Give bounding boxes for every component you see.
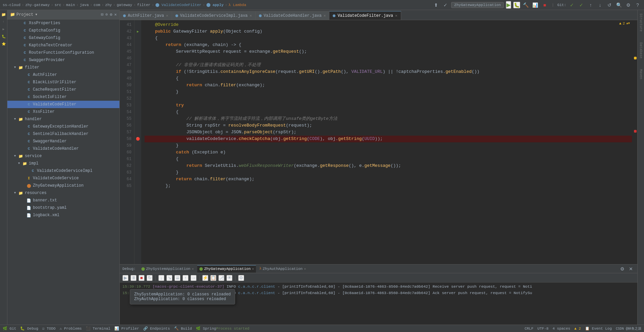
- sidebar-structure[interactable]: Structure: [638, 11, 643, 34]
- tree-item-captcha-config[interactable]: C CaptchaConfig: [7, 27, 119, 34]
- tree-item-gateway-config[interactable]: C GatewayConfig: [7, 34, 119, 42]
- run-config-selector[interactable]: ZhyGatewayApplication: [451, 2, 504, 8]
- locate-icon[interactable]: ⊙: [105, 12, 108, 17]
- status-todo[interactable]: ☑ TODO: [42, 326, 56, 331]
- tree-item-socket-io[interactable]: C SocketIoFilter: [7, 93, 119, 101]
- sidebar-maven[interactable]: Maven: [638, 67, 643, 81]
- tree-item-filter-folder[interactable]: ▼ 📁 filter: [7, 64, 119, 71]
- tree-item-bootstrap[interactable]: 📄 bootstrap.yaml: [7, 204, 119, 211]
- debug-tab-close-gateway[interactable]: ✕: [252, 267, 254, 271]
- debug-tab-close-auth[interactable]: ✕: [304, 267, 306, 271]
- bread-zhy[interactable]: zhy: [105, 3, 112, 7]
- tree-item-resources-folder[interactable]: ▼ 📁 resources: [7, 189, 119, 197]
- bread-lambda[interactable]: λ Lambda: [228, 3, 246, 7]
- project-dropdown-icon[interactable]: ▼: [35, 13, 37, 16]
- status-spring[interactable]: 🌿 Spring: [196, 326, 216, 331]
- status-event-log[interactable]: 📋 Event Log: [585, 326, 612, 331]
- status-endpoints[interactable]: 🔗 Endpoints: [143, 326, 170, 331]
- settings-debug-button[interactable]: ⚙: [238, 275, 244, 281]
- favorites-icon[interactable]: ⭐: [1, 41, 7, 47]
- step-out-button[interactable]: ↑: [182, 275, 189, 281]
- status-encoding[interactable]: UTF-8: [537, 327, 548, 331]
- run-to-cursor-button[interactable]: →: [191, 275, 197, 281]
- debug-tab-system[interactable]: ⬤ ZhySystemApplication ✕: [139, 265, 196, 273]
- tab-close-service-impl[interactable]: ✕: [250, 13, 252, 18]
- debug-side-icon[interactable]: 🐛: [1, 34, 7, 40]
- tree-item-service-folder[interactable]: ▼ 📁 service: [7, 152, 119, 160]
- tree-item-handler-folder[interactable]: ▼ 📁 handler: [7, 115, 119, 123]
- status-crlf[interactable]: CRLF: [525, 327, 533, 331]
- tree-item-zhy-gateway-app[interactable]: ⬤ ZhyGatewayApplication: [7, 182, 119, 189]
- resume-button[interactable]: ▶: [122, 275, 128, 281]
- tab-validate-filter[interactable]: ValidateCodeFilter.java ✕: [329, 11, 401, 20]
- debug-tab-close-system[interactable]: ✕: [192, 267, 194, 271]
- build-button[interactable]: 🔨: [522, 1, 530, 9]
- tab-close-filter[interactable]: ✕: [395, 13, 397, 18]
- vcs-update-button[interactable]: ⬆: [432, 1, 440, 9]
- git-check-button[interactable]: ✓: [568, 1, 576, 9]
- evaluate-button[interactable]: ⚡: [202, 275, 208, 281]
- tree-item-gateway-exception[interactable]: C GatewayExceptionHandler: [7, 123, 119, 130]
- tree-item-validate-code-filter[interactable]: C ValidateCodeFilter: [7, 101, 119, 108]
- status-indent[interactable]: 4 spaces: [552, 327, 570, 331]
- help-button[interactable]: ?: [634, 1, 641, 9]
- tree-item-blacklist[interactable]: C BlackListUrlFilter: [7, 79, 119, 86]
- status-build[interactable]: 🔨 Build: [174, 326, 192, 331]
- tab-close-auth[interactable]: ✕: [166, 13, 168, 18]
- status-warnings[interactable]: ▲ 2: [574, 327, 581, 331]
- commit-icon[interactable]: ↑: [1, 19, 7, 25]
- rerun-button[interactable]: ↻: [147, 275, 153, 281]
- run-button[interactable]: ▶: [506, 1, 511, 9]
- debug-button[interactable]: 🐛: [513, 2, 520, 8]
- tree-item-logback[interactable]: 📄 logback.xml: [7, 211, 119, 219]
- status-profiler[interactable]: 📊 Profiler: [114, 326, 139, 331]
- tree-item-validate-code-service-impl[interactable]: C ValidateCodeServiceImpl: [7, 167, 119, 175]
- status-git[interactable]: 🌿 Git: [3, 326, 16, 331]
- project-icon[interactable]: 📁: [1, 11, 7, 17]
- step-into-button[interactable]: ↘: [166, 275, 172, 281]
- bread-filter[interactable]: filter: [137, 3, 151, 7]
- warning-count[interactable]: ▲ 2 ▲▼: [619, 21, 630, 26]
- tree-item-swagger-handler[interactable]: C SwaggerHandler: [7, 138, 119, 145]
- tab-validate-service-impl[interactable]: ValidateCodeServiceImpl.java ✕: [172, 11, 256, 20]
- bread-com[interactable]: com: [94, 3, 100, 7]
- bread-java[interactable]: java: [80, 3, 89, 7]
- bread-ss-cloud[interactable]: ss-cloud: [3, 3, 20, 7]
- tree-item-swagger-provider[interactable]: C SwaggerProvider: [7, 56, 119, 64]
- tree-item-validate-code-service[interactable]: I ValidateCodeService: [7, 175, 119, 182]
- tree-item-kaptcha[interactable]: C KaptchaTextCreator: [7, 42, 119, 49]
- tree-item-impl-folder[interactable]: ▼ 📁 impl: [7, 160, 119, 167]
- tree-item-auth-filter[interactable]: C AuthFilter: [7, 71, 119, 79]
- settings-button[interactable]: ⚙: [625, 1, 632, 9]
- run-icon[interactable]: ▶: [1, 26, 7, 32]
- tree-item-sentinel[interactable]: C SentinelFallbackHandler: [7, 130, 119, 138]
- stop-button[interactable]: ■: [541, 1, 548, 9]
- bread-validate-code-filter[interactable]: ⬤ ValidateCodeFilter: [155, 3, 201, 7]
- git-push-button[interactable]: ↑: [587, 1, 594, 9]
- step-over-button[interactable]: ↓: [158, 275, 164, 281]
- tree-item-xss-properties[interactable]: C XssProperties: [7, 19, 119, 27]
- stop-debug-button[interactable]: ■: [139, 275, 145, 281]
- bread-main[interactable]: main: [66, 3, 75, 7]
- tree-item-router[interactable]: C RouterFunctionConfiguration: [7, 49, 119, 56]
- pause-button[interactable]: ⏸: [130, 275, 137, 281]
- bread-zhy-gateway[interactable]: zhy-gateway: [25, 3, 50, 7]
- git-undo-button[interactable]: ↺: [606, 1, 613, 9]
- close-panel-icon[interactable]: ✕: [114, 12, 117, 17]
- frames-button[interactable]: 📋: [210, 275, 216, 281]
- bread-src[interactable]: src: [55, 3, 61, 7]
- status-problems[interactable]: ⚠ Problems: [60, 326, 82, 331]
- bread-apply[interactable]: ⬤ apply: [206, 3, 224, 7]
- vcs-commit-button[interactable]: ✓: [442, 1, 449, 9]
- threads-button[interactable]: ⎇: [218, 275, 224, 281]
- tab-validate-handler[interactable]: ValidateCodeHandler.java ✕: [256, 11, 329, 20]
- tree-item-banner[interactable]: 📄 banner.txt: [7, 197, 119, 204]
- tree-item-validate-code-handler[interactable]: C ValidateCodeHandler: [7, 145, 119, 152]
- tab-auth-filter[interactable]: AuthFilter.java ✕: [120, 11, 172, 20]
- code-editor[interactable]: @Override public GatewayFilter apply(Obj…: [141, 20, 632, 264]
- bread-gateway[interactable]: gateway: [117, 3, 132, 7]
- tree-item-cache-request[interactable]: C CacheRequestFilter: [7, 86, 119, 93]
- debug-tab-gateway[interactable]: ⬤ ZhyGatewayApplication ✕: [197, 265, 256, 273]
- coverage-button[interactable]: 📊: [532, 1, 539, 9]
- gutter-breakpoint-58[interactable]: 🔴: [135, 136, 141, 142]
